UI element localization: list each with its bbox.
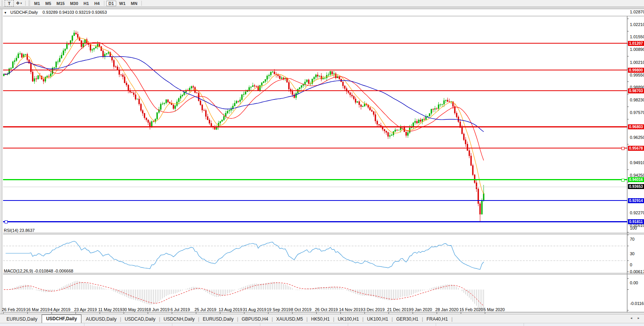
macd-indicator-label: MACD(12,26,9) -0.010848 -0.006668 — [4, 269, 73, 273]
timeframe-button-mn[interactable]: MN — [128, 1, 140, 6]
date-axis-label: 3 Dec 2019 — [363, 307, 384, 312]
rsi-tick-label: 0 — [630, 262, 632, 267]
timeframe-button-h1[interactable]: H1 — [81, 1, 91, 6]
timeframe-button-d1[interactable]: D1 — [106, 1, 116, 6]
timeframe-button-h4[interactable]: H4 — [92, 1, 102, 6]
price-tick-label: 1.00890 — [630, 47, 644, 52]
price-tick-label: 1.02870 — [630, 10, 644, 14]
price-level-tag[interactable]: 1.01207 — [628, 41, 644, 46]
horizontal-level-line[interactable] — [3, 179, 627, 180]
horizontal-level-line[interactable] — [3, 148, 627, 148]
candlestick-series — [3, 30, 485, 221]
horizontal-level-line[interactable] — [3, 90, 627, 91]
date-axis-label: 23 Apr 2019 — [74, 307, 97, 312]
price-level-tag[interactable]: 0.99800 — [628, 68, 644, 73]
date-axis-label: 4 Apr 2019 — [50, 307, 70, 312]
level-drag-handle[interactable] — [621, 179, 625, 182]
toolbar-separator — [104, 1, 104, 6]
collapse-triangle-icon[interactable]: ▼ — [4, 11, 7, 15]
rsi-indicator-label: RSI(14) 23.8637 — [4, 228, 35, 233]
level-drag-handle[interactable] — [621, 147, 625, 150]
price-level-tag[interactable]: 0.95678 — [628, 146, 644, 151]
chart-tab-xauusd-m5[interactable]: XAUUSD,M5 — [273, 315, 307, 323]
horizontal-level-line[interactable] — [3, 43, 627, 44]
horizontal-level-line[interactable] — [3, 221, 627, 222]
chart-tab-eurusd-daily[interactable]: EURUSD,Daily — [3, 315, 41, 323]
horizontal-level-line[interactable] — [3, 126, 627, 127]
chart-tab-uk100-h1[interactable]: UK100,H1 — [363, 315, 391, 323]
price-tick-label: 0.96250 — [630, 135, 644, 140]
timeframe-group: M1M5M15M30H1H4D1W1MN — [31, 1, 143, 6]
chart-tab-fra40-h1[interactable]: FRA40,H1 — [423, 315, 451, 323]
date-axis-label: 5 Mar 2020 — [483, 307, 505, 312]
toolbar-separator — [25, 1, 26, 6]
chart-tab-gbpusd-h4[interactable]: GBPUSD,H4 — [238, 315, 271, 323]
cursor-tool-button[interactable]: ✥ ▾ — [15, 0, 23, 6]
chart-tab-ger30-h1[interactable]: GER30,H1 — [393, 315, 422, 323]
chart-tab-eurusd-daily[interactable]: EURUSD,Daily — [199, 315, 237, 323]
current-price-tag: 0.93653 — [628, 184, 644, 189]
timeframe-button-m15[interactable]: M15 — [54, 1, 67, 6]
chart-canvas[interactable] — [0, 7, 644, 314]
price-tick-label: 0.92270 — [630, 210, 644, 215]
chart-title: ▼ USDCHF,Daily 0.93289 0.94103 0.93219 0… — [4, 10, 107, 15]
price-level-tag[interactable]: 0.96803 — [628, 124, 644, 129]
date-axis-label: 30 May 2019 — [122, 307, 147, 312]
date-axis-label: 11 May 2019 — [98, 307, 122, 312]
rsi-tick-label: 70 — [630, 237, 634, 241]
cursor-tool-icon: ✥ — [16, 1, 19, 6]
chart-tabs-bar: EURUSD,DailyUSDCHF,DailyAUDUSD,Daily|USD… — [0, 314, 644, 323]
tab-scroll-left-icon[interactable]: ◂ — [630, 316, 634, 320]
timeframe-button-m5[interactable]: M5 — [43, 1, 54, 6]
date-axis-label: 18 Jun 2019 — [146, 307, 170, 312]
chart-tab-uk100-h1[interactable]: UK100,H1 — [334, 315, 362, 323]
timeframe-button-m1[interactable]: M1 — [32, 1, 42, 6]
price-tick-label: 0.94910 — [630, 160, 644, 165]
toolbar-drag-handle[interactable] — [28, 1, 30, 6]
level-drag-handle[interactable] — [5, 220, 8, 223]
date-axis-label: 6 Jul 2019 — [170, 307, 190, 312]
tab-scroll-arrows: ◂ ▸ — [630, 316, 642, 320]
date-axis-label: 9 Jan 2020 — [411, 307, 432, 312]
docked-panel-edge — [0, 323, 644, 326]
chevron-down-icon: ▾ — [20, 2, 22, 5]
date-axis-label: 31 Aug 2019 — [243, 307, 266, 312]
price-level-tag[interactable]: 0.91811 — [628, 219, 644, 224]
docked-panel-separator — [524, 323, 524, 326]
main-toolbar: T ✥ ▾ M1M5M15M30H1H4D1W1MN — [0, 0, 644, 7]
chart-tab-usdcnh-daily[interactable]: USDCNH,Daily — [160, 315, 198, 323]
price-level-tag[interactable]: 0.94016 — [628, 177, 644, 182]
date-axis-label: 15 Feb 2020 — [459, 307, 483, 312]
price-tick-label: 1.01550 — [630, 34, 644, 39]
timeframe-button-w1[interactable]: W1 — [117, 1, 128, 6]
price-tick-label: 0.97570 — [630, 110, 644, 115]
date-axis-label: 21 Dec 2019 — [387, 307, 411, 312]
macd-tick-label: 0.006173 — [630, 269, 644, 274]
date-axis-label: 13 Aug 2019 — [219, 307, 242, 312]
current-price-line — [3, 187, 627, 187]
rsi-tick-label: 30 — [630, 251, 634, 256]
date-axis-label: 16 Mar 2019 — [26, 307, 50, 312]
date-axis-label: 28 Jan 2020 — [435, 307, 459, 312]
price-level-tag[interactable]: 0.98703 — [628, 88, 644, 93]
macd-tick-label: -0.011658 — [630, 301, 644, 306]
text-tool-button[interactable]: T — [5, 0, 14, 7]
toolbar-separator — [141, 1, 142, 6]
macd-histogram — [4, 281, 484, 311]
date-axis-label: 14 Nov 2019 — [339, 307, 363, 312]
price-level-tag[interactable]: 0.92914 — [628, 198, 644, 203]
horizontal-level-line[interactable] — [3, 200, 627, 201]
chart-tab-usdcad-daily[interactable]: USDCAD,Daily — [121, 315, 159, 323]
horizontal-level-line[interactable] — [3, 70, 627, 70]
chart-tab-audusd-daily[interactable]: AUDUSD,Daily — [82, 315, 120, 323]
timeframe-button-m30[interactable]: M30 — [68, 1, 80, 6]
docked-panel-separator — [84, 323, 84, 326]
tab-scroll-right-icon[interactable]: ▸ — [638, 316, 642, 320]
trading-platform-window: T ✥ ▾ M1M5M15M30H1H4D1W1MN ▼ USDCHF,Dail… — [0, 0, 644, 326]
price-tick-label: 0.98230 — [630, 98, 644, 102]
date-axis-label: 26 Oct 2019 — [315, 307, 338, 312]
chart-tab-hk50-h1[interactable]: HK50,H1 — [308, 315, 333, 323]
chart-tab-usdchf-daily[interactable]: USDCHF,Daily — [42, 315, 82, 323]
toolbar-drag-handle[interactable] — [1, 1, 3, 6]
price-tick-label: 1.02210 — [630, 22, 644, 27]
